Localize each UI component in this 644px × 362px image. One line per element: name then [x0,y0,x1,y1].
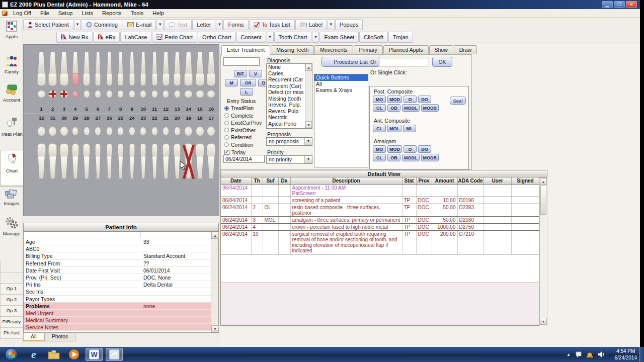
text-button[interactable]: Text [164,19,192,30]
op-button-op-3[interactable]: Op 3 [0,306,23,317]
tooth-23[interactable] [138,140,149,178]
diagnosis-item[interactable]: Revers. Pulp. [267,108,305,115]
menu-item-file[interactable]: File [36,10,54,17]
sidebar-item-treatplan[interactable]: Treat Plan [0,115,23,150]
sidebar-item-manage[interactable]: Manage [0,214,23,243]
seal-button[interactable]: Seal [450,97,466,105]
network-icon[interactable] [587,351,593,357]
tray-expand-icon[interactable]: ▲ [567,352,571,357]
sidebar-item-family[interactable]: Family [0,53,23,81]
tooth-10[interactable] [138,90,149,98]
quick-button-cl[interactable]: CL [373,125,386,132]
op-button-op-2[interactable]: Op 2 [0,295,23,306]
tooth-28[interactable] [81,127,93,136]
diagnosis-listbox[interactable]: NoneCariesRecurrent (CarIncipient (Car)D… [266,63,312,129]
tooth-12[interactable] [160,90,172,98]
tooth-16[interactable] [206,49,217,86]
tooth-17[interactable] [206,126,217,136]
scroll-up-icon[interactable]: ▲ [540,178,547,185]
tooth-30[interactable] [58,140,70,178]
show-desktop-button[interactable] [639,347,644,362]
chevron-down-icon[interactable]: ▼ [304,138,312,145]
to-task-list-button[interactable]: To Task List [249,19,295,30]
tooth-2[interactable] [47,90,59,98]
tab-movements[interactable]: Movements [314,45,353,54]
tooth-32[interactable] [36,140,47,178]
menu-item-reports[interactable]: Reports [98,10,126,17]
tooth-13[interactable] [172,49,183,86]
tooth-31[interactable] [47,140,59,178]
prognosis-dropdown[interactable]: no prognosis ▼ [266,137,312,146]
table-row[interactable]: 06/04/2014Appointment - 11:00 AM PatScre… [221,184,539,197]
column-header-signed[interactable]: Signed [511,177,539,184]
tooth-25[interactable] [115,127,127,136]
menu-item-log-off[interactable]: Log Off [9,10,36,17]
quick-button-mod[interactable]: MOD [387,96,402,103]
word-icon[interactable]: W [86,348,103,361]
quick-button-modb[interactable]: MODB [421,154,439,161]
sidebar-item-appts[interactable]: Appts [0,18,23,53]
tooth-32[interactable] [36,126,47,136]
consent-caret[interactable]: ▼ [267,32,274,43]
tooth-15[interactable] [194,90,206,98]
patient-tab-all[interactable]: All [23,333,44,341]
email-button[interactable]: E-mail [123,19,156,30]
start-button[interactable] [5,348,18,361]
quick-button-modl[interactable]: MODL [402,154,420,161]
ok-button[interactable]: OK [432,57,452,67]
minimize-button[interactable]: ▁ [602,1,613,8]
entry-status-condition[interactable]: Condition [224,142,253,148]
menu-item-help[interactable]: Help [148,10,169,17]
tooth-7[interactable] [104,90,115,98]
exam-sheet-button[interactable]: Exam Sheet [319,32,359,43]
email-caret[interactable]: ▼ [156,19,164,30]
volume-icon[interactable] [598,351,605,357]
tooth-26[interactable] [104,140,115,178]
tooth-chart-button[interactable]: Tooth Chart [274,32,312,43]
column-header-dx[interactable]: Dx [278,177,290,184]
diagnosis-item[interactable]: Recurrent (Car [267,76,305,83]
column-header-date[interactable]: Date [221,177,251,184]
taskbar-clock[interactable]: 4:54 PM 6/24/2014 [615,348,637,361]
tab-draw[interactable]: Draw [454,45,477,54]
tooth-25[interactable] [115,140,127,178]
tooth-9[interactable] [126,90,138,98]
erx-button[interactable]: ℞eRx [93,32,120,43]
select-patient-caret[interactable]: ▼ [74,19,81,30]
column-header-ada-code[interactable]: ADA Code [457,177,484,184]
tooth-23[interactable] [138,127,149,136]
diagnosis-item[interactable]: Apical Perio [267,121,305,127]
tooth-8[interactable] [115,49,127,86]
tooth-10[interactable] [138,49,149,86]
entry-status-existother[interactable]: ExistOther [224,127,256,133]
tooth-5[interactable] [81,49,93,86]
diagnosis-item[interactable]: Missing (tooth [267,96,305,102]
category-listbox[interactable]: Quick ButtonsAllExams & Xrays [314,74,368,167]
tooth-29[interactable] [70,140,82,178]
tooth-21[interactable] [160,140,172,178]
priority-dropdown[interactable]: no priority ▼ [266,155,312,164]
tooth-24[interactable] [126,127,138,136]
letter-button[interactable]: Letter [192,19,215,30]
tooth-20[interactable] [172,127,183,136]
quick-button-o[interactable]: O [404,145,417,153]
treatment-date-field[interactable]: 06/24/2014 [223,155,265,163]
dental-app-icon[interactable] [106,348,123,361]
label-caret[interactable]: ▼ [328,19,335,30]
tooth-4[interactable] [70,49,82,86]
label-button[interactable]: Label [295,19,327,30]
diagnosis-item[interactable]: Caries [267,70,305,77]
scroll-down-icon[interactable]: ▼ [211,325,219,332]
column-header-user[interactable]: User [484,177,511,184]
tooth-9[interactable] [126,49,138,86]
quick-button-do[interactable]: DO [418,96,431,103]
surface-m-button[interactable]: M [225,79,238,86]
quick-button-modl[interactable]: MODL [402,104,420,112]
popups-button[interactable]: Popups [335,19,363,30]
cliosoft-button[interactable]: ClioSoft [359,32,388,43]
surface-oi-button[interactable]: O/I [240,79,256,86]
quick-button-o[interactable]: O [404,96,417,103]
category-item-all[interactable]: All [314,81,368,87]
tooth-27[interactable] [93,140,104,178]
tooth-11[interactable] [149,49,160,86]
